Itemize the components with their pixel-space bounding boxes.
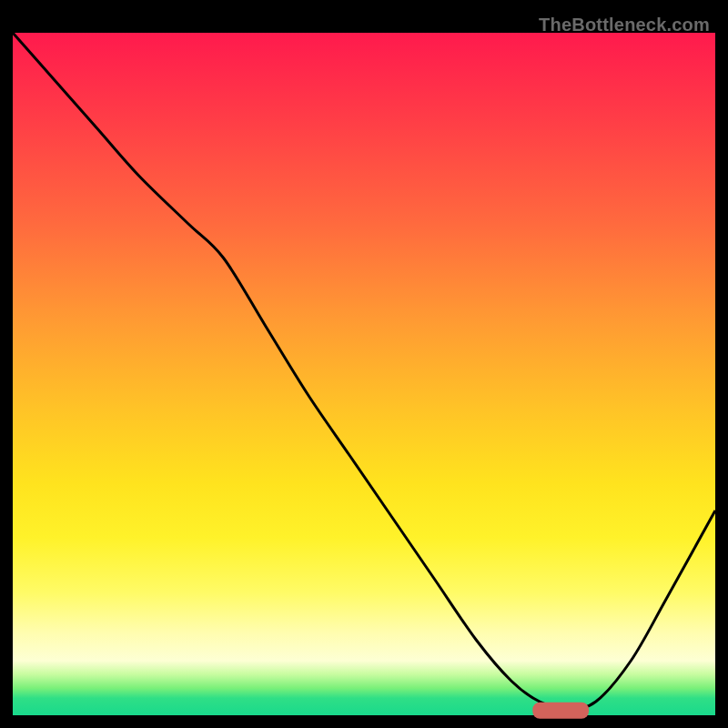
chart-frame: TheBottleneck.com: [13, 13, 715, 715]
optimal-marker: [532, 703, 589, 719]
optimal-marker-layer: [13, 33, 715, 715]
